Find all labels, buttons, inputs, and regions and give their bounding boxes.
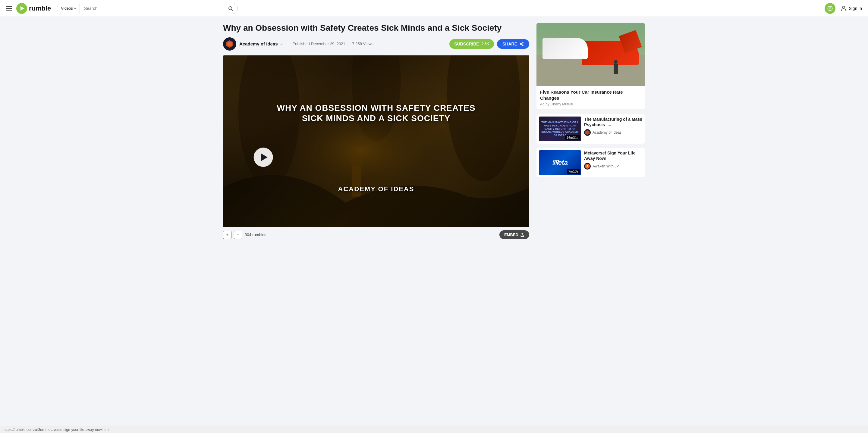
rumble-count: 304 rumbles	[245, 232, 267, 237]
svg-marker-21	[585, 130, 590, 135]
related-thumb-metaverse: 𝔐eta 7m13s	[539, 150, 581, 175]
avatar	[223, 37, 236, 51]
user-icon	[840, 5, 847, 12]
svg-point-10	[520, 43, 521, 44]
overlay-line1: WHY AN OBSESSION WITH SAFETY CREATES SIC…	[254, 103, 499, 124]
channel-row: Academy of Ideas ✓ · Published December …	[223, 37, 529, 51]
search-icon	[228, 6, 233, 11]
rumble-logo-icon	[16, 3, 27, 14]
embed-icon	[520, 233, 524, 237]
svg-point-11	[522, 44, 524, 46]
logo[interactable]: rumble	[16, 3, 51, 14]
sign-in-label: Sign In	[849, 6, 862, 11]
svg-point-6	[843, 6, 845, 8]
verified-icon: ✓	[280, 41, 284, 46]
related-channel-row-metaverse: A Awaken With JP	[584, 163, 643, 169]
view-count: 7,258 Views	[352, 41, 373, 46]
awaken-avatar-icon: A	[585, 164, 590, 169]
header-right: Sign In	[825, 3, 862, 14]
ad-title: Five Reasons Your Car Insurance Rate Cha…	[540, 89, 641, 101]
channel-name[interactable]: Academy of Ideas	[239, 41, 278, 46]
video-section: Why an Obsession with Safety Creates Sic…	[223, 23, 529, 242]
search-button[interactable]	[224, 3, 238, 14]
related-channel-name: Academy of Ideas	[592, 130, 621, 135]
sign-in-button[interactable]: Sign In	[840, 5, 862, 12]
channel-meta: · Published December 29, 2021 · 7,258 Vi…	[287, 41, 373, 46]
ad-block: Five Reasons Your Car Insurance Rate Cha…	[536, 23, 645, 109]
related-video-title: The Manufacturing of a Mass Psychosis -.…	[584, 116, 643, 127]
video-background: WHY AN OBSESSION WITH SAFETY CREATES SIC…	[223, 56, 529, 228]
video-controls-bar: + − 304 rumbles EMBED	[223, 227, 529, 242]
related-thumb-manufacturing: THE MANUFACTURING OF A MASS PSYCHOSIS - …	[539, 116, 581, 141]
meta-logo-text: 𝔐eta	[552, 159, 568, 167]
svg-point-9	[522, 42, 524, 43]
search-category-selector[interactable]: Videos	[57, 3, 80, 14]
related-channel-name-metaverse: Awaken With JP	[592, 164, 619, 168]
ad-text: Five Reasons Your Car Insurance Rate Cha…	[536, 86, 645, 109]
rumble-minus-button[interactable]: −	[234, 231, 242, 239]
related-video-title-metaverse: Metaverse! Sign Your Life Away Now!	[584, 150, 643, 161]
related-video-info: The Manufacturing of a Mass Psychosis -.…	[584, 116, 643, 141]
ad-image	[536, 23, 645, 86]
embed-button[interactable]: EMBED	[499, 230, 529, 239]
video-duration: 16m31s	[565, 135, 580, 140]
related-thumb-text: THE MANUFACTURING OF A MASS PSYCHOSIS - …	[540, 121, 580, 137]
menu-button[interactable]	[6, 6, 12, 10]
publish-date: Published December 29, 2021	[293, 41, 345, 46]
related-video-manufacturing[interactable]: THE MANUFACTURING OF A MASS PSYCHOSIS - …	[536, 114, 645, 144]
play-button[interactable]	[254, 147, 273, 167]
svg-text:A: A	[586, 165, 588, 168]
video-player[interactable]: WHY AN OBSESSION WITH SAFETY CREATES SIC…	[223, 56, 529, 228]
chevron-down-icon	[74, 6, 76, 10]
embed-label: EMBED	[504, 232, 518, 237]
logo-text: rumble	[29, 4, 51, 12]
parking-scene	[536, 23, 645, 86]
search-input[interactable]	[80, 3, 224, 14]
related-video-metaverse[interactable]: 𝔐eta 7m13s Metaverse! Sign Your Life Awa…	[536, 148, 645, 177]
rumble-plus-button[interactable]: +	[223, 231, 231, 239]
related-video-info-metaverse: Metaverse! Sign Your Life Away Now! A Aw…	[584, 150, 643, 175]
share-icon	[520, 42, 524, 46]
search-bar: Videos	[57, 3, 238, 14]
svg-line-3	[232, 9, 233, 10]
upload-button[interactable]	[825, 3, 835, 14]
upload-icon	[827, 6, 833, 11]
ad-source: Ad by Liberty Mutual	[540, 102, 641, 106]
share-button[interactable]: SHARE	[497, 39, 529, 49]
header: rumble Videos Sign In	[0, 0, 868, 17]
subscribe-label: SUBSCRIBE	[454, 41, 479, 46]
svg-line-12	[521, 44, 522, 44]
share-label: SHARE	[502, 41, 517, 46]
search-category-label: Videos	[61, 6, 73, 10]
main-container: Why an Obsession with Safety Creates Sic…	[217, 17, 651, 242]
video-title: Why an Obsession with Safety Creates Sic…	[223, 23, 529, 33]
related-channel-row: Academy of Ideas	[584, 129, 643, 136]
subscribe-button[interactable]: SUBSCRIBE 2.6K	[450, 39, 494, 49]
channel-avatar-icon	[225, 39, 234, 48]
video-subtitle-overlay: ACADEMY OF IDEAS	[338, 185, 414, 193]
svg-line-13	[521, 43, 522, 43]
channel-info: Academy of Ideas ✓	[239, 41, 284, 46]
subscriber-count: 2.6K	[482, 42, 489, 46]
rumble-controls: + − 304 rumbles	[223, 231, 267, 239]
video-duration-metaverse: 7m13s	[567, 169, 580, 174]
video-title-overlay: WHY AN OBSESSION WITH SAFETY CREATES SIC…	[254, 103, 499, 167]
related-channel-avatar-metaverse: A	[584, 163, 591, 169]
related-avatar-icon	[585, 130, 590, 135]
related-channel-avatar	[584, 129, 591, 136]
sidebar: Five Reasons Your Car Insurance Rate Cha…	[536, 23, 645, 242]
